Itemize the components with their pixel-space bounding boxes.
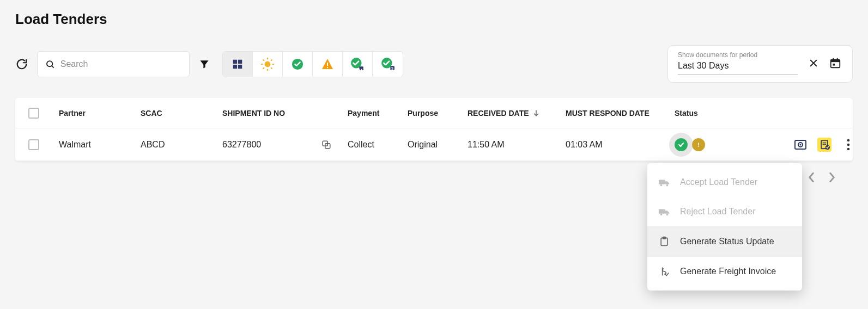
status-filter-all[interactable] [223,52,253,77]
table-row[interactable]: Walmart ABCD 63277800 Collect Original 1… [15,128,853,161]
cell-partner: Walmart [59,140,141,150]
receipt-icon [819,139,830,150]
doc-action-button[interactable] [817,138,831,152]
cell-status [675,138,784,151]
col-received-label: RECEIVED DATE [468,109,529,118]
select-all-checkbox[interactable] [28,108,39,119]
col-purpose[interactable]: Purpose [408,109,468,118]
cell-payment: Collect [348,140,408,150]
load-tenders-table: Partner SCAC SHIPMENT ID NO Payment Purp… [15,98,853,161]
status-filter-new[interactable] [253,52,283,77]
svg-line-11 [263,59,264,60]
period-label: Show documents for period [678,51,799,59]
search-input[interactable] [60,59,181,69]
col-scac[interactable]: SCAC [141,109,222,118]
filter-button[interactable] [196,56,213,72]
eye-box-icon [794,138,807,151]
svg-point-21 [362,69,363,70]
col-shipment[interactable]: SHIPMENT ID NO [222,109,320,118]
period-value[interactable]: Last 30 Days [678,59,798,75]
svg-point-20 [360,69,361,70]
page-next-button[interactable] [827,172,837,183]
status-accepted-badge[interactable] [675,138,688,151]
menu-generate-freight-invoice[interactable]: Generate Freight Invoice [647,257,802,286]
menu-status-update-label: Generate Status Update [680,237,774,246]
svg-rect-28 [831,59,840,62]
status-filter-accepted-truck[interactable] [343,52,373,77]
status-filter-accepted[interactable] [283,52,313,77]
toolbar: $ Show documents for period Last 30 Days [15,45,853,83]
svg-point-51 [666,214,669,216]
svg-rect-4 [233,64,237,68]
svg-rect-19 [359,66,363,69]
col-payment[interactable]: Payment [348,109,408,118]
sun-icon [260,57,275,71]
cell-scac: ABCD [141,140,222,150]
row-checkbox[interactable] [28,139,39,150]
svg-rect-30 [837,58,838,60]
menu-accept-label: Accept Load Tender [680,177,757,187]
menu-accept-tender: Accept Load Tender [647,168,802,197]
period-filter-card: Show documents for period Last 30 Days [667,45,853,83]
svg-rect-31 [833,63,835,65]
cell-purpose: Original [408,140,468,150]
view-button[interactable] [793,138,808,152]
col-respond[interactable]: MUST RESPOND DATE [566,109,675,118]
dollar-check-icon [658,265,670,277]
check-circle-icon [292,58,304,70]
status-filter-accepted-dollar[interactable]: $ [373,52,403,77]
table-header: Partner SCAC SHIPMENT ID NO Payment Purp… [15,98,853,128]
svg-rect-53 [663,237,666,239]
svg-rect-16 [327,63,328,66]
row-context-menu: Accept Load Tender Reject Load Tender Ge… [647,163,802,291]
svg-line-13 [263,67,264,69]
menu-freight-invoice-label: Generate Freight Invoice [680,267,776,276]
menu-reject-tender: Reject Load Tender [647,197,802,226]
svg-text:$: $ [391,66,393,70]
refresh-icon [16,58,28,70]
period-calendar-button[interactable] [828,56,842,70]
svg-rect-17 [327,67,328,68]
check-icon [678,141,684,148]
svg-rect-5 [238,64,242,68]
warning-triangle-icon [321,58,334,71]
svg-line-1 [52,65,54,67]
page-prev-button[interactable] [806,172,817,183]
svg-rect-36 [698,146,699,147]
svg-line-12 [271,67,272,69]
svg-line-14 [271,59,272,60]
grid-icon [232,58,244,70]
copy-icon [321,140,331,150]
more-actions-button[interactable] [841,138,855,152]
search-box[interactable] [37,51,190,77]
kebab-icon [847,139,850,151]
svg-rect-49 [659,209,665,213]
check-truck-icon [350,57,365,71]
svg-point-0 [47,61,52,66]
close-icon [809,58,818,68]
row-actions [784,138,860,152]
copy-shipment-button[interactable] [320,139,332,151]
col-received[interactable]: RECEIVED DATE [468,109,566,118]
svg-point-6 [265,61,271,67]
col-status[interactable]: Status [675,109,784,118]
col-partner[interactable]: Partner [59,109,141,118]
exclaim-icon [695,141,702,148]
cell-received: 11:50 AM [468,140,566,150]
menu-generate-status-update[interactable]: Generate Status Update [647,227,802,256]
status-filter-warning[interactable] [313,52,343,77]
status-alert-badge[interactable] [692,138,705,151]
svg-point-47 [660,184,663,187]
svg-rect-2 [233,59,237,63]
status-filter-group: $ [222,51,403,77]
period-clear-button[interactable] [806,56,821,70]
calendar-icon [829,57,841,69]
svg-point-44 [847,143,850,146]
clipboard-icon [658,236,670,248]
search-icon [45,59,55,70]
truck-icon [658,206,670,218]
cell-respond: 01:03 AM [566,140,675,150]
sort-desc-icon [532,109,540,117]
page-title: Load Tenders [15,11,853,28]
refresh-button[interactable] [15,58,28,71]
